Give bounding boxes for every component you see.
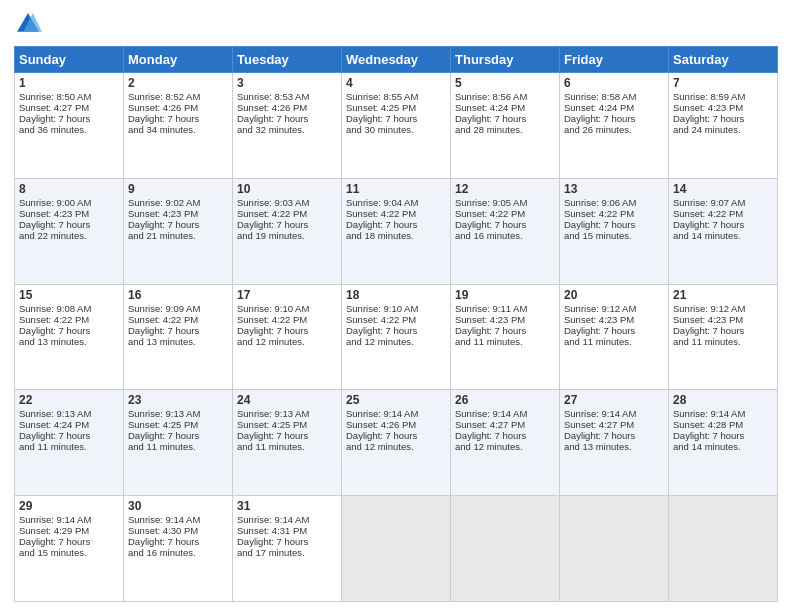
day-info-line: Sunrise: 9:05 AM [455,197,555,208]
calendar-cell: 8Sunrise: 9:00 AMSunset: 4:23 PMDaylight… [15,178,124,284]
calendar-cell: 9Sunrise: 9:02 AMSunset: 4:23 PMDaylight… [124,178,233,284]
day-number: 15 [19,288,119,302]
day-info-line: Daylight: 7 hours [128,219,228,230]
calendar-cell: 11Sunrise: 9:04 AMSunset: 4:22 PMDayligh… [342,178,451,284]
day-info-line: Sunset: 4:22 PM [19,314,119,325]
day-info-line: and 18 minutes. [346,230,446,241]
col-header-saturday: Saturday [669,47,778,73]
calendar-cell [451,496,560,602]
col-header-friday: Friday [560,47,669,73]
day-info-line: Daylight: 7 hours [19,430,119,441]
day-info-line: and 13 minutes. [128,336,228,347]
day-info-line: Sunrise: 9:14 AM [673,408,773,419]
day-info-line: Daylight: 7 hours [19,325,119,336]
day-info-line: Sunrise: 9:07 AM [673,197,773,208]
day-info-line: and 11 minutes. [673,336,773,347]
day-info-line: and 17 minutes. [237,547,337,558]
day-number: 5 [455,76,555,90]
day-info-line: Sunset: 4:31 PM [237,525,337,536]
day-info-line: Sunrise: 9:13 AM [19,408,119,419]
day-info-line: and 15 minutes. [564,230,664,241]
day-info-line: Sunset: 4:26 PM [346,419,446,430]
day-info-line: Sunset: 4:26 PM [128,102,228,113]
day-info-line: Sunrise: 9:14 AM [346,408,446,419]
logo-icon [14,10,42,38]
day-info-line: Sunset: 4:26 PM [237,102,337,113]
day-info-line: Sunset: 4:23 PM [673,102,773,113]
day-info-line: and 15 minutes. [19,547,119,558]
calendar-table: SundayMondayTuesdayWednesdayThursdayFrid… [14,46,778,602]
day-info-line: Daylight: 7 hours [564,325,664,336]
day-info-line: and 34 minutes. [128,124,228,135]
day-number: 14 [673,182,773,196]
day-info-line: Sunrise: 9:00 AM [19,197,119,208]
day-info-line: Sunset: 4:22 PM [237,314,337,325]
day-info-line: Daylight: 7 hours [128,536,228,547]
day-number: 17 [237,288,337,302]
calendar-cell: 16Sunrise: 9:09 AMSunset: 4:22 PMDayligh… [124,284,233,390]
day-info-line: and 11 minutes. [237,441,337,452]
day-number: 20 [564,288,664,302]
day-info-line: Sunrise: 9:13 AM [128,408,228,419]
calendar-cell: 10Sunrise: 9:03 AMSunset: 4:22 PMDayligh… [233,178,342,284]
day-info-line: and 12 minutes. [455,441,555,452]
day-info-line: Daylight: 7 hours [237,430,337,441]
calendar-cell: 24Sunrise: 9:13 AMSunset: 4:25 PMDayligh… [233,390,342,496]
day-info-line: Sunrise: 8:52 AM [128,91,228,102]
day-number: 23 [128,393,228,407]
day-info-line: Sunset: 4:22 PM [564,208,664,219]
day-info-line: Daylight: 7 hours [455,113,555,124]
calendar-cell: 18Sunrise: 9:10 AMSunset: 4:22 PMDayligh… [342,284,451,390]
calendar-cell [560,496,669,602]
calendar-cell: 20Sunrise: 9:12 AMSunset: 4:23 PMDayligh… [560,284,669,390]
day-info-line: and 36 minutes. [19,124,119,135]
calendar-cell: 29Sunrise: 9:14 AMSunset: 4:29 PMDayligh… [15,496,124,602]
calendar-cell: 15Sunrise: 9:08 AMSunset: 4:22 PMDayligh… [15,284,124,390]
calendar-cell: 17Sunrise: 9:10 AMSunset: 4:22 PMDayligh… [233,284,342,390]
col-header-wednesday: Wednesday [342,47,451,73]
calendar-cell: 19Sunrise: 9:11 AMSunset: 4:23 PMDayligh… [451,284,560,390]
day-info-line: Sunset: 4:25 PM [128,419,228,430]
day-info-line: Sunset: 4:27 PM [19,102,119,113]
day-info-line: Sunrise: 9:12 AM [673,303,773,314]
day-info-line: Daylight: 7 hours [564,219,664,230]
day-info-line: Sunrise: 8:56 AM [455,91,555,102]
logo [14,10,46,38]
day-info-line: and 26 minutes. [564,124,664,135]
day-number: 16 [128,288,228,302]
day-info-line: Sunset: 4:22 PM [346,208,446,219]
day-number: 13 [564,182,664,196]
day-info-line: Daylight: 7 hours [564,430,664,441]
day-info-line: and 11 minutes. [128,441,228,452]
calendar-cell: 26Sunrise: 9:14 AMSunset: 4:27 PMDayligh… [451,390,560,496]
day-info-line: Sunset: 4:27 PM [564,419,664,430]
day-info-line: Daylight: 7 hours [346,219,446,230]
day-info-line: Daylight: 7 hours [455,325,555,336]
day-info-line: Daylight: 7 hours [346,325,446,336]
day-info-line: Sunrise: 8:59 AM [673,91,773,102]
day-number: 26 [455,393,555,407]
day-number: 29 [19,499,119,513]
day-info-line: Sunrise: 9:10 AM [237,303,337,314]
day-info-line: Sunrise: 9:14 AM [237,514,337,525]
calendar-cell: 3Sunrise: 8:53 AMSunset: 4:26 PMDaylight… [233,73,342,179]
header [14,10,778,38]
day-info-line: Sunrise: 9:09 AM [128,303,228,314]
day-number: 19 [455,288,555,302]
day-number: 9 [128,182,228,196]
day-info-line: Sunrise: 9:10 AM [346,303,446,314]
day-info-line: Daylight: 7 hours [19,219,119,230]
day-info-line: Daylight: 7 hours [346,113,446,124]
calendar-cell [669,496,778,602]
day-number: 22 [19,393,119,407]
day-info-line: Sunrise: 9:11 AM [455,303,555,314]
day-info-line: and 24 minutes. [673,124,773,135]
day-number: 27 [564,393,664,407]
day-info-line: Sunrise: 9:14 AM [564,408,664,419]
calendar-cell: 23Sunrise: 9:13 AMSunset: 4:25 PMDayligh… [124,390,233,496]
day-info-line: Sunrise: 9:14 AM [128,514,228,525]
day-info-line: Sunrise: 8:58 AM [564,91,664,102]
day-info-line: Sunset: 4:24 PM [455,102,555,113]
day-info-line: Sunset: 4:25 PM [346,102,446,113]
day-number: 12 [455,182,555,196]
